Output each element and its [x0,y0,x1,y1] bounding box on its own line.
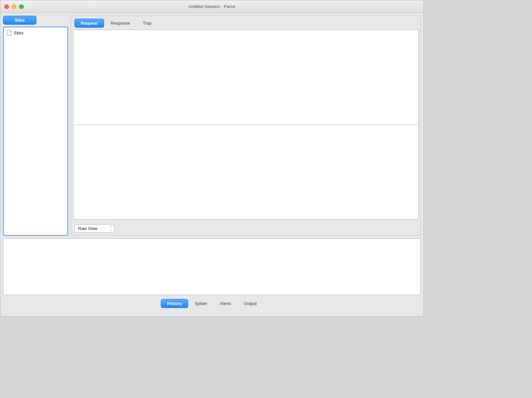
close-button[interactable] [4,4,9,9]
sidebar: Sites Sites [3,16,68,236]
tree-root-item[interactable]: Sites [6,29,65,36]
tab-alerts[interactable]: Alerts [214,299,237,308]
title-bar: Untitled Session - Paros [0,0,424,13]
tree-root-label: Sites [14,30,23,35]
bottom-panel: History Spider Alerts Output [3,238,421,311]
content-area [71,28,421,222]
view-select-wrapper: Raw View Text View Hex View [74,224,114,233]
maximize-button[interactable] [19,4,24,9]
bottom-tab-bar: History Spider Alerts Output [3,298,421,311]
tab-request[interactable]: Request [74,19,104,28]
right-panel: Request Response Trap [71,16,421,236]
tab-output[interactable]: Output [237,299,263,308]
tab-response[interactable]: Response [104,19,137,28]
sites-button[interactable]: Sites [3,16,36,25]
main-content: Sites Sites Request Response [0,13,424,316]
top-tab-bar: Request Response Trap [71,16,421,28]
minimize-button[interactable] [12,4,16,9]
view-select-bar: Raw View Text View Hex View [71,222,421,235]
top-editor-pane[interactable] [73,30,419,125]
file-icon [7,30,12,35]
app-window: Untitled Session - Paros Sites Sites [0,0,424,317]
traffic-lights [4,4,24,9]
tab-trap[interactable]: Trap [137,19,158,28]
log-area[interactable] [3,238,421,295]
top-section: Sites Sites Request Response [3,16,421,236]
tab-spider[interactable]: Spider [188,299,214,308]
window-title: Untitled Session - Paros [189,4,235,9]
view-select[interactable]: Raw View Text View Hex View [74,224,114,233]
tab-history[interactable]: History [161,299,189,308]
sites-tree: Sites [3,27,68,236]
bottom-editor-pane[interactable] [73,125,419,220]
